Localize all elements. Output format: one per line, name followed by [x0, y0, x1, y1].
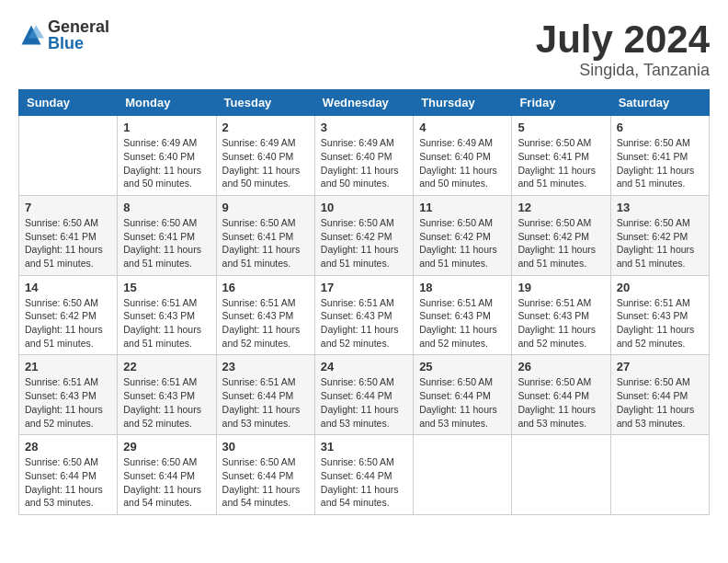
day-details: Sunrise: 6:51 AM Sunset: 6:43 PM Dayligh…	[321, 296, 407, 350]
calendar-cell: 20Sunrise: 6:51 AM Sunset: 6:43 PM Dayli…	[610, 275, 709, 355]
day-details: Sunrise: 6:50 AM Sunset: 6:44 PM Dayligh…	[419, 375, 506, 430]
day-details: Sunrise: 6:49 AM Sunset: 6:40 PM Dayligh…	[321, 136, 407, 190]
weekday-header-friday: Friday	[512, 90, 610, 116]
day-details: Sunrise: 6:51 AM Sunset: 6:43 PM Dayligh…	[25, 375, 111, 430]
calendar-cell: 13Sunrise: 6:50 AM Sunset: 6:42 PM Dayli…	[610, 195, 709, 275]
day-details: Sunrise: 6:50 AM Sunset: 6:42 PM Dayligh…	[518, 216, 604, 270]
day-number: 22	[123, 360, 210, 373]
day-number: 17	[321, 281, 407, 294]
calendar-cell: 25Sunrise: 6:50 AM Sunset: 6:44 PM Dayli…	[414, 355, 512, 435]
calendar-cell: 19Sunrise: 6:51 AM Sunset: 6:43 PM Dayli…	[512, 275, 610, 355]
calendar-cell: 21Sunrise: 6:51 AM Sunset: 6:43 PM Dayli…	[19, 355, 118, 435]
day-number: 6	[617, 121, 703, 134]
day-details: Sunrise: 6:51 AM Sunset: 6:43 PM Dayligh…	[222, 296, 309, 350]
calendar-cell: 18Sunrise: 6:51 AM Sunset: 6:43 PM Dayli…	[414, 275, 512, 355]
calendar-week-row: 28Sunrise: 6:50 AM Sunset: 6:44 PM Dayli…	[19, 435, 710, 515]
day-details: Sunrise: 6:50 AM Sunset: 6:42 PM Dayligh…	[25, 296, 111, 350]
calendar-cell: 11Sunrise: 6:50 AM Sunset: 6:42 PM Dayli…	[414, 195, 512, 275]
calendar-cell: 29Sunrise: 6:50 AM Sunset: 6:44 PM Dayli…	[118, 435, 216, 515]
calendar-cell: 12Sunrise: 6:50 AM Sunset: 6:42 PM Dayli…	[512, 195, 610, 275]
calendar-cell	[512, 435, 610, 515]
calendar-cell: 31Sunrise: 6:50 AM Sunset: 6:44 PM Dayli…	[314, 435, 413, 515]
calendar-cell: 9Sunrise: 6:50 AM Sunset: 6:41 PM Daylig…	[216, 195, 314, 275]
day-number: 18	[419, 281, 506, 294]
day-number: 24	[321, 360, 407, 373]
day-details: Sunrise: 6:50 AM Sunset: 6:44 PM Dayligh…	[222, 455, 309, 510]
day-details: Sunrise: 6:50 AM Sunset: 6:41 PM Dayligh…	[25, 216, 111, 270]
day-details: Sunrise: 6:50 AM Sunset: 6:42 PM Dayligh…	[419, 216, 506, 270]
day-number: 2	[222, 121, 309, 134]
day-number: 23	[222, 360, 309, 373]
logo-blue-text: Blue	[48, 35, 109, 52]
month-year-title: July 2024	[536, 18, 710, 61]
day-number: 7	[25, 201, 111, 214]
day-number: 16	[222, 281, 309, 294]
day-details: Sunrise: 6:49 AM Sunset: 6:40 PM Dayligh…	[123, 136, 210, 190]
calendar-cell: 2Sunrise: 6:49 AM Sunset: 6:40 PM Daylig…	[216, 116, 314, 196]
calendar-cell	[414, 435, 512, 515]
day-number: 30	[222, 440, 309, 454]
calendar-cell: 10Sunrise: 6:50 AM Sunset: 6:42 PM Dayli…	[314, 195, 413, 275]
day-details: Sunrise: 6:50 AM Sunset: 6:44 PM Dayligh…	[321, 375, 407, 430]
logo-general-text: General	[48, 18, 109, 35]
calendar-cell: 26Sunrise: 6:50 AM Sunset: 6:44 PM Dayli…	[512, 355, 610, 435]
day-details: Sunrise: 6:50 AM Sunset: 6:44 PM Dayligh…	[123, 455, 210, 510]
calendar-cell: 7Sunrise: 6:50 AM Sunset: 6:41 PM Daylig…	[19, 195, 118, 275]
logo: General Blue	[18, 18, 109, 52]
day-number: 13	[617, 201, 703, 214]
day-number: 20	[617, 281, 703, 294]
day-details: Sunrise: 6:51 AM Sunset: 6:43 PM Dayligh…	[518, 296, 604, 350]
weekday-header-sunday: Sunday	[19, 90, 118, 116]
day-details: Sunrise: 6:50 AM Sunset: 6:42 PM Dayligh…	[617, 216, 703, 270]
calendar-cell: 28Sunrise: 6:50 AM Sunset: 6:44 PM Dayli…	[19, 435, 118, 515]
day-number: 11	[419, 201, 506, 214]
day-details: Sunrise: 6:50 AM Sunset: 6:42 PM Dayligh…	[321, 216, 407, 270]
calendar-cell: 16Sunrise: 6:51 AM Sunset: 6:43 PM Dayli…	[216, 275, 314, 355]
calendar-cell: 3Sunrise: 6:49 AM Sunset: 6:40 PM Daylig…	[314, 116, 413, 196]
calendar-cell: 23Sunrise: 6:51 AM Sunset: 6:44 PM Dayli…	[216, 355, 314, 435]
location-subtitle: Singida, Tanzania	[536, 61, 710, 80]
calendar-cell: 15Sunrise: 6:51 AM Sunset: 6:43 PM Dayli…	[118, 275, 216, 355]
day-number: 10	[321, 201, 407, 214]
day-number: 5	[518, 121, 604, 134]
weekday-header-thursday: Thursday	[414, 90, 512, 116]
weekday-header-monday: Monday	[118, 90, 216, 116]
day-details: Sunrise: 6:50 AM Sunset: 6:44 PM Dayligh…	[25, 455, 111, 510]
weekday-header-tuesday: Tuesday	[216, 90, 314, 116]
logo-icon	[18, 22, 44, 48]
day-details: Sunrise: 6:51 AM Sunset: 6:43 PM Dayligh…	[123, 375, 210, 430]
day-number: 19	[518, 281, 604, 294]
day-details: Sunrise: 6:50 AM Sunset: 6:41 PM Dayligh…	[123, 216, 210, 270]
calendar-cell: 30Sunrise: 6:50 AM Sunset: 6:44 PM Dayli…	[216, 435, 314, 515]
calendar-cell: 1Sunrise: 6:49 AM Sunset: 6:40 PM Daylig…	[118, 116, 216, 196]
day-number: 3	[321, 121, 407, 134]
day-number: 14	[25, 281, 111, 294]
day-number: 1	[123, 121, 210, 134]
calendar-cell: 6Sunrise: 6:50 AM Sunset: 6:41 PM Daylig…	[610, 116, 709, 196]
day-details: Sunrise: 6:50 AM Sunset: 6:44 PM Dayligh…	[321, 455, 407, 510]
day-number: 9	[222, 201, 309, 214]
weekday-header-saturday: Saturday	[610, 90, 709, 116]
day-number: 28	[25, 440, 111, 454]
day-details: Sunrise: 6:50 AM Sunset: 6:44 PM Dayligh…	[617, 375, 703, 430]
day-details: Sunrise: 6:51 AM Sunset: 6:44 PM Dayligh…	[222, 375, 309, 430]
calendar-cell: 4Sunrise: 6:49 AM Sunset: 6:40 PM Daylig…	[414, 116, 512, 196]
day-details: Sunrise: 6:51 AM Sunset: 6:43 PM Dayligh…	[419, 296, 506, 350]
day-number: 26	[518, 360, 604, 373]
calendar-cell: 5Sunrise: 6:50 AM Sunset: 6:41 PM Daylig…	[512, 116, 610, 196]
day-details: Sunrise: 6:49 AM Sunset: 6:40 PM Dayligh…	[419, 136, 506, 190]
day-details: Sunrise: 6:49 AM Sunset: 6:40 PM Dayligh…	[222, 136, 309, 190]
day-number: 8	[123, 201, 210, 214]
day-details: Sunrise: 6:51 AM Sunset: 6:43 PM Dayligh…	[617, 296, 703, 350]
calendar-cell: 22Sunrise: 6:51 AM Sunset: 6:43 PM Dayli…	[118, 355, 216, 435]
calendar-cell	[610, 435, 709, 515]
calendar-cell: 27Sunrise: 6:50 AM Sunset: 6:44 PM Dayli…	[610, 355, 709, 435]
calendar-week-row: 7Sunrise: 6:50 AM Sunset: 6:41 PM Daylig…	[19, 195, 710, 275]
day-number: 31	[321, 440, 407, 454]
calendar-cell: 14Sunrise: 6:50 AM Sunset: 6:42 PM Dayli…	[19, 275, 118, 355]
day-number: 12	[518, 201, 604, 214]
day-details: Sunrise: 6:50 AM Sunset: 6:44 PM Dayligh…	[518, 375, 604, 430]
calendar-cell	[19, 116, 118, 196]
calendar-week-row: 21Sunrise: 6:51 AM Sunset: 6:43 PM Dayli…	[19, 355, 710, 435]
calendar-cell: 24Sunrise: 6:50 AM Sunset: 6:44 PM Dayli…	[314, 355, 413, 435]
